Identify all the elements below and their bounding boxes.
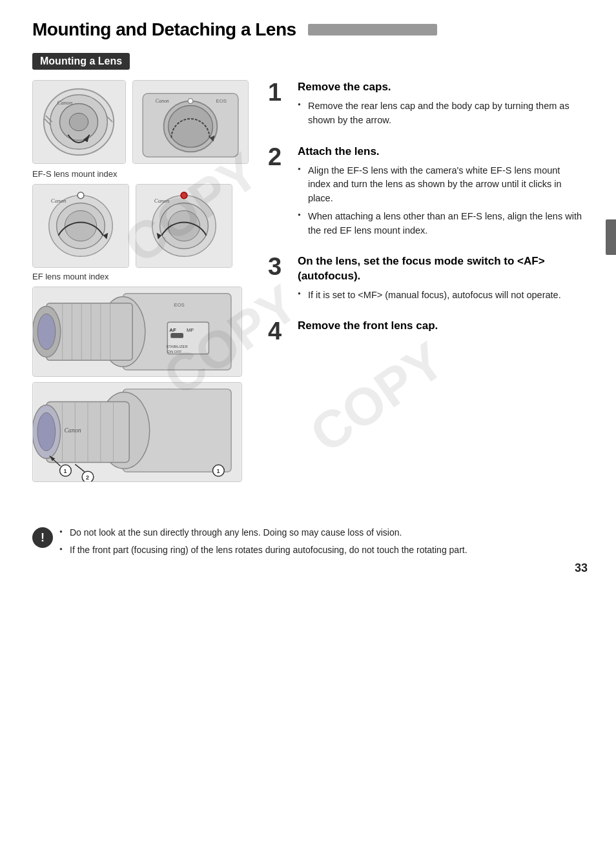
- svg-text:Canon: Canon: [64, 427, 81, 434]
- svg-text:EOS: EOS: [216, 98, 227, 104]
- step-2: 2 Attach the lens. Align the EF-S lens w…: [268, 145, 584, 242]
- svg-text:Canon: Canon: [51, 197, 67, 204]
- svg-text:2: 2: [86, 474, 89, 481]
- svg-text:1: 1: [63, 468, 67, 474]
- svg-point-33: [181, 192, 187, 199]
- svg-point-31: [168, 210, 200, 241]
- warning-2: If the front part (focusing ring) of the…: [59, 543, 584, 557]
- step-2-bullet-1: Align the EF-S lens with the camera's wh…: [298, 164, 584, 206]
- step-4-number: 4: [268, 319, 293, 343]
- step-3-bullets: If it is set to <MF> (manual focus), aut…: [298, 288, 584, 303]
- step-4-content: Remove the front lens cap.: [298, 319, 584, 338]
- warning-bullets: Do not look at the sun directly through …: [59, 526, 584, 561]
- svg-text:EOS: EOS: [174, 302, 185, 308]
- lens-focus-switch-image: AF MF STABILIZER ON OFF EOS: [32, 287, 242, 377]
- lens-removal-image: Canon 1 2 1: [32, 382, 242, 482]
- step-2-bullets: Align the EF-S lens with the camera's wh…: [298, 164, 584, 238]
- svg-text:ON OFF: ON OFF: [167, 350, 182, 354]
- section-heading: Mounting a Lens: [32, 53, 130, 70]
- ef-s-label: EF-S lens mount index: [32, 169, 249, 179]
- content-area: Canon: [32, 80, 584, 487]
- left-column: Canon: [32, 80, 255, 487]
- step-3-bullet-1: If it is set to <MF> (manual focus), aut…: [298, 288, 584, 303]
- page-title-section: Mounting and Detaching a Lens: [32, 19, 584, 40]
- step-4-title: Remove the front lens cap.: [298, 319, 584, 333]
- step-3: 3 On the lens, set the focus mode switch…: [268, 254, 584, 306]
- step-2-number: 2: [268, 145, 293, 169]
- step-1: 1 Remove the caps. Remove the rear lens …: [268, 80, 584, 132]
- ef-s-mount-right-image: Canon: [136, 184, 232, 268]
- step-2-content: Attach the lens. Align the EF-S lens wit…: [298, 145, 584, 242]
- svg-text:MF: MF: [187, 327, 194, 333]
- step-4: 4 Remove the front lens cap.: [268, 319, 584, 343]
- svg-text:AF: AF: [169, 327, 176, 333]
- warning-icon: !: [32, 527, 53, 548]
- page-number: 33: [575, 561, 588, 575]
- svg-point-40: [37, 314, 56, 349]
- svg-point-26: [77, 192, 84, 199]
- ef-label: EF lens mount index: [32, 272, 249, 281]
- svg-point-19: [188, 99, 193, 104]
- step-1-bullet-1: Remove the rear lens cap and the body ca…: [298, 99, 584, 128]
- mid-image-pair: Canon Canon: [32, 184, 249, 268]
- step-2-title: Attach the lens.: [298, 145, 584, 159]
- ef-s-mount-left-image: Canon: [32, 184, 129, 268]
- svg-text:Canon: Canon: [156, 98, 169, 104]
- svg-text:Canon: Canon: [57, 99, 73, 106]
- svg-text:STABILIZER: STABILIZER: [166, 345, 187, 348]
- step-3-content: On the lens, set the focus mode switch t…: [298, 254, 584, 306]
- svg-text:1: 1: [216, 468, 220, 474]
- svg-point-59: [37, 412, 56, 450]
- warning-section: ! Do not look at the sun directly throug…: [32, 526, 584, 561]
- warning-1: Do not look at the sun directly through …: [59, 526, 584, 540]
- step-1-title: Remove the caps.: [298, 80, 584, 94]
- camera-body-image: EOS Canon: [132, 80, 249, 164]
- page-title: Mounting and Detaching a Lens: [32, 19, 296, 40]
- title-bar-decoration: [308, 24, 437, 35]
- step-3-number: 3: [268, 254, 293, 279]
- step-2-bullet-2: When attaching a lens other than an EF-S…: [298, 210, 584, 238]
- step-1-number: 1: [268, 80, 293, 105]
- side-tab: [606, 219, 616, 255]
- svg-text:Canon: Canon: [154, 197, 170, 204]
- svg-rect-44: [170, 333, 183, 338]
- step-1-bullets: Remove the rear lens cap and the body ca…: [298, 99, 584, 128]
- step-3-title: On the lens, set the focus mode switch t…: [298, 254, 584, 283]
- svg-point-24: [65, 210, 96, 241]
- step-1-content: Remove the caps. Remove the rear lens ca…: [298, 80, 584, 132]
- lens-cap-image-left: Canon: [32, 80, 126, 164]
- top-image-pair: Canon: [32, 80, 249, 164]
- svg-point-7: [69, 113, 88, 131]
- right-column: 1 Remove the caps. Remove the rear lens …: [255, 80, 584, 487]
